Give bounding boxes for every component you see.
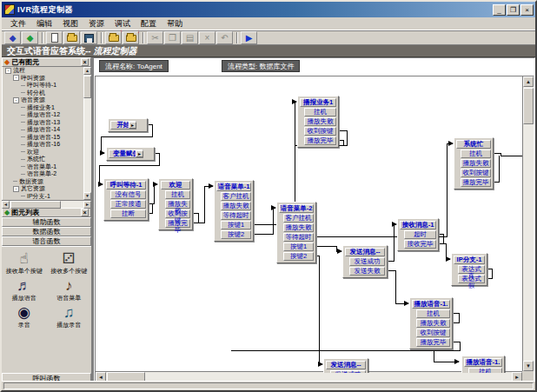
tree-vertical-scrollbar[interactable]: ▲ ▼ bbox=[83, 67, 91, 200]
scroll-right-icon[interactable]: ► bbox=[83, 201, 91, 209]
flow-node-play-voice-2[interactable]: 播放语音-1.挂机播放失败 bbox=[461, 355, 505, 373]
run-icon[interactable]: ▶ bbox=[241, 31, 257, 44]
import-flow-icon[interactable]: ↑ bbox=[105, 31, 122, 44]
tree-item-6[interactable]: 播放语音-12 bbox=[3, 111, 91, 119]
tree-item-1[interactable]: -呼叫资源 bbox=[3, 75, 91, 83]
node-port[interactable]: 发送失败 bbox=[349, 267, 385, 276]
expander-icon[interactable]: - bbox=[5, 68, 11, 74]
tree-item-16[interactable]: -其它资源 bbox=[3, 185, 91, 193]
node-port[interactable]: 挂断 bbox=[110, 209, 146, 218]
scroll-left-icon[interactable]: ◄ bbox=[2, 201, 10, 209]
play-record-item[interactable]: ♫播放录音 bbox=[47, 304, 92, 329]
flow-node-start[interactable]: 开始▸ bbox=[108, 118, 148, 132]
node-arrow-button[interactable]: ▸ bbox=[129, 122, 136, 129]
flow-node-broadcast-1[interactable]: 播报业务1挂机播放失败收到按键播放完毕 bbox=[297, 96, 339, 148]
tree-item-15[interactable]: 数据资源 bbox=[3, 178, 91, 186]
node-port[interactable]: 收到按键 bbox=[165, 209, 190, 218]
close-icon[interactable]: × bbox=[81, 58, 89, 66]
scroll-up-icon[interactable]: ▲ bbox=[523, 76, 534, 87]
tree-item-4[interactable]: -语音资源 bbox=[3, 96, 91, 104]
node-port[interactable]: 播放失败 bbox=[461, 159, 491, 168]
expander-icon[interactable]: - bbox=[13, 75, 19, 81]
node-port[interactable]: 按键2 bbox=[283, 252, 314, 261]
open-file-icon[interactable] bbox=[63, 31, 80, 44]
node-port[interactable]: 播放完毕 bbox=[165, 219, 190, 228]
forward-icon[interactable]: ◆ bbox=[22, 31, 38, 44]
group-button-2[interactable]: 语音函数 bbox=[2, 236, 91, 246]
tree-item-3[interactable]: 转分机 bbox=[3, 90, 91, 97]
close-icon[interactable]: × bbox=[81, 209, 89, 216]
flow-node-voice-menu-1[interactable]: 语音菜单-1客户挂机播放失败等待超时按键1按键2 bbox=[214, 180, 254, 242]
flow-node-recv-msg-1[interactable]: 接收消息-1超时接收完毕 bbox=[397, 218, 439, 251]
back-icon[interactable]: ◆ bbox=[4, 31, 21, 44]
node-port[interactable]: 播放完毕 bbox=[461, 178, 491, 187]
node-port[interactable]: 按键1 bbox=[283, 243, 314, 251]
tree-item-7[interactable]: 播放语音-13 bbox=[3, 119, 91, 127]
flow-node-assign-var[interactable]: 变量赋值▸ bbox=[106, 147, 155, 161]
tree-item-2[interactable]: 呼叫等待-1 bbox=[3, 82, 91, 90]
menu-item-resource[interactable]: 资源 bbox=[83, 17, 109, 30]
tree-item-17[interactable]: IP分支-1 bbox=[3, 193, 91, 201]
node-port[interactable]: 表达式假 bbox=[458, 275, 485, 283]
scroll-thumb[interactable] bbox=[523, 88, 534, 124]
node-port[interactable]: 挂机 bbox=[304, 108, 336, 116]
maximize-icon[interactable]: ❐ bbox=[507, 4, 520, 16]
node-port[interactable]: 超时 bbox=[404, 230, 436, 239]
node-port[interactable]: 没有信号 bbox=[110, 190, 146, 199]
node-port[interactable]: 等待超时 bbox=[221, 211, 251, 220]
expander-icon[interactable]: - bbox=[13, 97, 19, 103]
receive-single-key-item[interactable]: ☝接收单个按键 bbox=[2, 250, 47, 275]
scroll-down-icon[interactable]: ▼ bbox=[83, 192, 91, 200]
node-port[interactable]: 按键2 bbox=[221, 230, 251, 239]
play-voice-item[interactable]: ♬播放语音 bbox=[2, 277, 47, 302]
voice-menu-item[interactable]: ♪语音菜单 bbox=[47, 277, 92, 302]
node-port[interactable]: 挂机 bbox=[461, 149, 491, 158]
tree-item-12[interactable]: 系统忙 bbox=[3, 156, 91, 163]
flow-node-call-wait-1[interactable]: 呼叫等待-1没有信号正常接通挂断 bbox=[103, 178, 149, 221]
node-port[interactable]: 挂机 bbox=[416, 309, 450, 318]
menu-item-debug[interactable]: 调试 bbox=[109, 17, 136, 30]
node-port[interactable]: 播放失败 bbox=[283, 223, 314, 232]
node-port[interactable]: 播放失败 bbox=[304, 117, 336, 126]
node-port[interactable]: 播放失败 bbox=[165, 200, 190, 209]
node-port[interactable]: 挂机 bbox=[468, 368, 502, 373]
expander-icon[interactable]: - bbox=[13, 186, 19, 192]
node-port[interactable]: 播放失败 bbox=[416, 319, 450, 328]
record-item[interactable]: ◉录音 bbox=[2, 304, 47, 329]
scroll-up-icon[interactable]: ▲ bbox=[83, 67, 91, 75]
tree-item-11[interactable]: 欢迎 bbox=[3, 149, 91, 156]
tree-item-0[interactable]: -流程 bbox=[3, 67, 91, 75]
flow-node-play-voice-1[interactable]: 播放语音-1.挂机播放失败收到按键播放完毕 bbox=[409, 297, 453, 349]
new-file-icon[interactable] bbox=[46, 31, 63, 44]
export-flow-icon[interactable]: ↓ bbox=[123, 31, 139, 44]
minimize-icon[interactable]: _ bbox=[493, 4, 506, 16]
tree-item-14[interactable]: 语音菜单-2 bbox=[3, 170, 91, 178]
node-port[interactable]: 收到按键 bbox=[416, 329, 450, 337]
tree-item-5[interactable]: 播报业务1 bbox=[3, 104, 91, 112]
node-port[interactable]: 发送成功 bbox=[330, 370, 366, 373]
tree-item-8[interactable]: 播放语音-14 bbox=[3, 126, 91, 134]
tree-item-10[interactable]: 播放语音-16 bbox=[3, 141, 91, 149]
node-port[interactable]: 客户挂机 bbox=[221, 192, 251, 201]
tree-item-13[interactable]: 语音菜单-1 bbox=[3, 163, 91, 171]
scroll-thumb[interactable] bbox=[83, 76, 91, 98]
scroll-down-icon[interactable]: ▼ bbox=[523, 361, 534, 371]
node-port[interactable]: 表达式真 bbox=[458, 265, 485, 274]
close-icon[interactable]: × bbox=[520, 4, 534, 16]
node-port[interactable]: 等待超时 bbox=[283, 233, 314, 242]
scroll-thumb[interactable] bbox=[10, 201, 61, 209]
node-arrow-button[interactable]: ▸ bbox=[136, 150, 143, 157]
node-port[interactable]: 挂机 bbox=[165, 190, 190, 199]
menu-item-file[interactable]: 文件 bbox=[5, 17, 31, 30]
group-button-1[interactable]: 数据函数 bbox=[2, 227, 91, 236]
canvas-vertical-scrollbar[interactable]: ▲ ▼ bbox=[522, 76, 534, 371]
tree-item-9[interactable]: 播放语音-15 bbox=[3, 134, 91, 142]
node-port[interactable]: 客户挂机 bbox=[283, 214, 314, 223]
flow-node-voice-menu-2[interactable]: 语音菜单-2客户挂机播放失败等待超时按键1按键2 bbox=[276, 202, 316, 263]
node-port[interactable]: 发送成功 bbox=[349, 257, 385, 266]
node-port[interactable]: 播放完毕 bbox=[304, 136, 336, 145]
save-icon[interactable] bbox=[81, 31, 97, 44]
node-port[interactable]: 按键1 bbox=[221, 221, 251, 229]
group-button-0[interactable]: 辅助函数 bbox=[2, 217, 91, 227]
node-port[interactable]: 正常接通 bbox=[110, 200, 146, 209]
